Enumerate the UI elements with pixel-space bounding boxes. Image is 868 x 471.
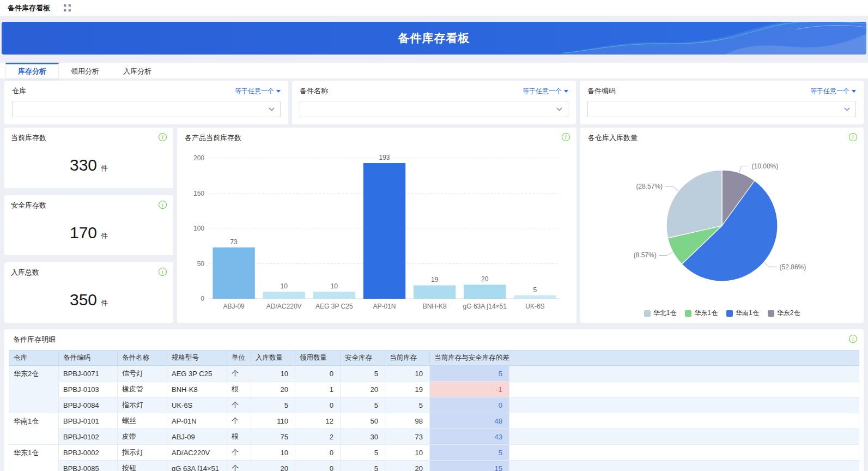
chevron-down-icon <box>556 107 562 111</box>
warehouse-cell: 华东2仓 <box>9 366 59 413</box>
safety-stock-cell: 50 <box>341 413 385 429</box>
stat-value: 170 <box>70 224 97 241</box>
info-icon[interactable] <box>849 335 857 343</box>
part-name-select[interactable] <box>300 101 568 117</box>
chevron-down-icon <box>269 107 275 111</box>
tab-inbound-analysis[interactable]: 入库分析 <box>111 63 163 78</box>
inbound-qty-cell: 10 <box>251 366 295 382</box>
part-code-cell: BPBJ-0103 <box>59 382 118 397</box>
bar-ABJ-09[interactable] <box>213 247 254 299</box>
stat-label: 入库总数 <box>11 268 167 277</box>
table-header-cell: 规格型号 <box>167 351 227 366</box>
table-row[interactable]: 华东1仓BPBJ-0002指示灯AD/AC220V个1005105 <box>9 445 859 461</box>
table-row[interactable]: BPBJ-0084指示灯UK-6S个50550 <box>9 397 859 413</box>
filter-operator-dropdown[interactable]: 等于任意一个 <box>235 87 281 96</box>
spec-cell: BNH-K8 <box>167 382 227 397</box>
bar-AP-01N[interactable] <box>363 163 405 299</box>
stat-label: 安全库存数 <box>11 201 167 210</box>
legend-item-华南1仓[interactable]: 华南1仓 <box>726 309 759 318</box>
main-content: 当前库存数 330件 安全库存数 170件 入库总数 350件 各产品当前库存数… <box>4 128 864 323</box>
filler-cell <box>509 397 859 413</box>
tab-inventory-analysis[interactable]: 库存分析 <box>5 63 59 78</box>
filter-operator-dropdown[interactable]: 等于任意一个 <box>523 87 568 96</box>
info-icon[interactable] <box>159 133 167 141</box>
used-qty-cell: 0 <box>295 397 341 413</box>
stat-label: 当前库存数 <box>11 133 167 143</box>
filter-row: 仓库 等于任意一个 备件名称 等于任意一个 备件编码 等于任意一个 <box>4 81 864 124</box>
svg-text:10: 10 <box>281 282 288 290</box>
svg-text:20: 20 <box>481 275 489 283</box>
stat-card-safety-stock: 安全库存数 170件 <box>4 195 173 256</box>
svg-text:10: 10 <box>331 282 338 290</box>
bar-chart-card: 各产品当前库存数 05010015020073ABJ-0910AD/AC220V… <box>177 128 576 323</box>
filler-cell <box>509 429 859 445</box>
part-code-select[interactable] <box>587 101 856 117</box>
table-row[interactable]: 华东2仓BPBJ-0071信号灯AEG 3P C25个1005105 <box>9 366 859 382</box>
svg-text:150: 150 <box>193 190 204 197</box>
part-code-cell: BPBJ-0071 <box>59 366 118 382</box>
filter-part-code: 备件编码 等于任意一个 <box>580 81 864 124</box>
inbound-qty-cell: 20 <box>251 382 295 397</box>
diff-cell: 15 <box>430 461 509 471</box>
table-header-cell: 仓库 <box>9 351 59 366</box>
filter-operator-dropdown[interactable]: 等于任意一个 <box>810 87 856 96</box>
info-icon[interactable] <box>562 133 570 141</box>
filter-warehouse: 仓库 等于任意一个 <box>4 81 288 124</box>
bar-AEG 3P C25[interactable] <box>313 292 355 299</box>
table-header-cell: 当前库存与安全库存的差值 <box>430 351 509 366</box>
legend-swatch <box>685 310 691 317</box>
filler-cell <box>509 445 859 461</box>
legend-item-华东1仓[interactable]: 华东1仓 <box>685 309 718 318</box>
tab-usage-analysis[interactable]: 领用分析 <box>59 63 111 78</box>
bar-BNH-K8[interactable] <box>414 285 456 299</box>
filter-label: 备件名称 <box>300 86 328 96</box>
part-name-cell: 皮带 <box>118 429 167 445</box>
spec-cell: AD/AC220V <box>167 445 227 461</box>
page-title: 备件库存看板 <box>398 31 470 46</box>
svg-text:5: 5 <box>533 286 537 294</box>
table-row[interactable]: BPBJ-0085按钮gG 63A ∫14×51个20052015 <box>9 461 859 471</box>
svg-text:(28.57%): (28.57%) <box>636 183 663 190</box>
current-stock-cell: 20 <box>385 461 430 471</box>
legend-label: 华东2仓 <box>777 309 800 318</box>
bar-gG 63A ∫14×51[interactable] <box>464 285 506 299</box>
part-name-cell: 指示灯 <box>118 397 167 413</box>
part-code-cell: BPBJ-0002 <box>59 445 118 461</box>
current-stock-cell: 10 <box>385 445 430 461</box>
detail-table-card: 备件库存明细 仓库备件编码备件名称规格型号单位入库数量领用数量安全库存当前库存当… <box>4 329 864 471</box>
part-name-cell: 按钮 <box>118 461 167 471</box>
svg-text:200: 200 <box>193 154 204 162</box>
table-row[interactable]: BPBJ-0103橡皮管BNH-K8根2012019-1 <box>9 382 859 397</box>
svg-text:0: 0 <box>201 295 204 303</box>
stat-unit: 件 <box>101 164 108 172</box>
spec-cell: AEG 3P C25 <box>167 366 227 382</box>
diff-cell: 0 <box>430 397 509 413</box>
warehouse-select[interactable] <box>12 101 281 117</box>
info-icon[interactable] <box>159 201 167 209</box>
table-title: 备件库存明细 <box>13 335 859 345</box>
part-code-cell: BPBJ-0084 <box>59 397 118 413</box>
table-row[interactable]: BPBJ-0102皮带ABJ-09根752307343 <box>9 429 859 445</box>
part-name-cell: 指示灯 <box>118 445 167 461</box>
bar-UK-6S[interactable] <box>514 295 556 299</box>
filter-label: 仓库 <box>12 86 26 96</box>
legend-swatch <box>644 310 651 317</box>
table-header-cell: 当前库存 <box>385 351 430 366</box>
current-stock-cell: 98 <box>385 413 430 429</box>
stat-unit: 件 <box>101 232 108 240</box>
legend-item-华东2仓[interactable]: 华东2仓 <box>768 309 800 318</box>
fullscreen-icon[interactable] <box>64 4 71 11</box>
safety-stock-cell: 5 <box>341 461 385 471</box>
legend-item-华北1仓[interactable]: 华北1仓 <box>644 309 677 318</box>
dashboard-banner: 备件库存看板 <box>2 22 866 55</box>
filter-label: 备件编码 <box>587 86 616 96</box>
pie-chart: (10.00%)(52.86%)(8.57%)(28.57%) <box>588 143 856 305</box>
table-header-cell: 入库数量 <box>251 351 295 366</box>
current-stock-cell: 10 <box>385 366 430 382</box>
info-icon[interactable] <box>849 133 857 141</box>
legend-label: 华南1仓 <box>736 309 759 318</box>
bar-AD/AC220V[interactable] <box>263 292 305 299</box>
table-row[interactable]: 华南1仓BPBJ-0101螺丝AP-01N个11012509848 <box>9 413 859 429</box>
safety-stock-cell: 5 <box>341 366 385 382</box>
pie-slice-华北1仓[interactable] <box>666 170 722 238</box>
